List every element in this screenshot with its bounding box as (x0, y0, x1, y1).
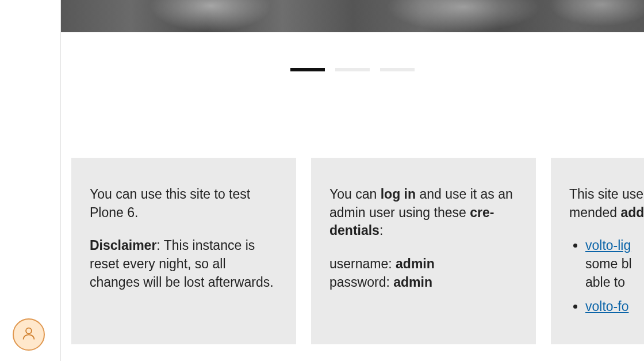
addons-intro: This site use mended add (569, 185, 644, 222)
intro-text: You can use this site to test Plone 6. (90, 185, 278, 222)
username-value: admin (396, 256, 435, 271)
addon-link-volto-light[interactable]: volto-lig (585, 238, 631, 253)
disclaimer-label: Disclaimer (90, 238, 156, 253)
disclaimer-paragraph: Disclaimer: This instance is reset every… (90, 237, 278, 291)
card-credentials: You can log in and use it as an admin us… (311, 158, 536, 344)
info-cards: You can use this site to test Plone 6. D… (61, 158, 644, 344)
user-icon (21, 325, 37, 344)
login-bold: log in (381, 187, 416, 202)
addons-list: volto-lig some bl able to volto-fo (569, 237, 644, 316)
hero-image (61, 0, 644, 32)
addon-desc-line2: able to (585, 275, 625, 290)
addons-line-mid: mended (569, 205, 621, 220)
user-login-button[interactable] (13, 318, 45, 351)
password-label: password: (329, 275, 393, 290)
credentials-intro: You can log in and use it as an admin us… (329, 185, 518, 240)
credentials-suffix: : (379, 223, 383, 238)
username-label: username: (329, 256, 396, 271)
carousel-pagination (61, 32, 644, 158)
addon-desc-line1: some bl (585, 256, 632, 271)
list-item: volto-fo (585, 298, 644, 316)
carousel-dot-2[interactable] (335, 68, 370, 71)
credentials-values: username: admin password: admin (329, 255, 518, 291)
addons-line-bold: add (621, 205, 644, 220)
list-item: volto-lig some bl able to (585, 237, 644, 291)
carousel-dot-1[interactable] (290, 68, 325, 71)
svg-point-0 (26, 328, 32, 334)
addons-line-prefix: This site use (569, 187, 643, 202)
main-content: You can use this site to test Plone 6. D… (61, 0, 644, 361)
addon-link-volto-form[interactable]: volto-fo (585, 299, 628, 314)
disclaimer-sep: : (156, 238, 163, 253)
card-addons: This site use mended add volto-lig some … (551, 158, 644, 344)
sidebar (0, 0, 61, 361)
card-intro: You can use this site to test Plone 6. D… (71, 158, 296, 344)
credentials-prefix: You can (329, 187, 381, 202)
carousel-dot-3[interactable] (380, 68, 415, 71)
password-value: admin (393, 275, 432, 290)
